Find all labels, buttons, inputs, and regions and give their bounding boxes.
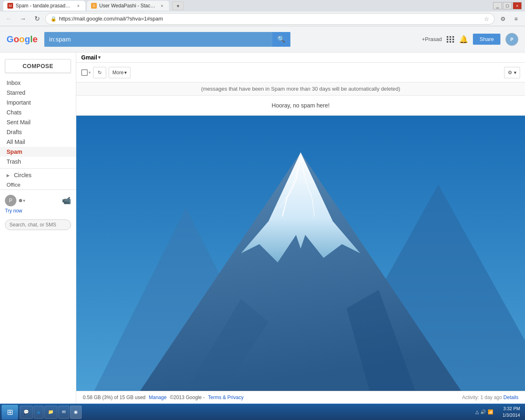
chat-section: P ▾ 📹 Try now Unable to reach Gmail. Ple…	[0, 189, 76, 233]
refresh-button[interactable]: ↻	[93, 67, 106, 78]
select-all-checkbox[interactable]	[81, 69, 88, 76]
tray-icon-1: △	[475, 409, 479, 415]
tab-stackoverflow-label: User WedaPashi - Stack O...	[99, 3, 157, 9]
new-tab-button[interactable]: +	[172, 1, 184, 10]
sidebar-item-spam[interactable]: Spam	[0, 147, 76, 157]
video-call-button[interactable]: 📹	[62, 196, 71, 205]
sidebar-item-office[interactable]: Office	[0, 180, 76, 189]
sidebar-item-starred[interactable]: Starred	[0, 88, 76, 98]
minimize-button[interactable]: _	[493, 2, 502, 9]
tab-gmail-close[interactable]: ×	[75, 3, 81, 9]
search-input[interactable]	[44, 32, 272, 47]
settings-button[interactable]: ⚙ ▾	[504, 67, 520, 78]
taskbar: ⊞ 💬 e 📁 ✉ ◉ △ 🔊 📶 3:32 PM 1/3/2014	[0, 404, 525, 420]
no-spam-message: Hooray, no spam here!	[76, 96, 525, 116]
chat-search-input[interactable]	[5, 219, 71, 230]
video-icon: 📹	[62, 196, 71, 205]
taskbar-ie-button[interactable]: e	[34, 406, 43, 419]
gmail-dropdown-arrow[interactable]: ▾	[98, 55, 100, 60]
gear-icon: ⚙	[508, 70, 512, 75]
sidebar-divider	[0, 168, 76, 169]
gmail-app: Google 🔍 +Prasad	[0, 26, 525, 404]
share-button[interactable]: Share	[473, 34, 500, 45]
browser-frame: M Spam - tandale.prasad@g... × S User We…	[0, 0, 525, 420]
chrome-menu-button[interactable]: ≡	[510, 13, 522, 25]
bookmark-icon[interactable]: ☆	[484, 16, 489, 22]
start-button[interactable]: ⊞	[2, 405, 18, 420]
apps-grid-icon[interactable]	[447, 36, 454, 43]
sidebar-item-sent[interactable]: Sent Mail	[0, 117, 76, 127]
refresh-icon: ↻	[98, 70, 102, 75]
spam-notice: (messages that have been in Spam more th…	[76, 82, 525, 96]
tab-gmail-label: Spam - tandale.prasad@g...	[16, 3, 73, 9]
gmail-header: Google 🔍 +Prasad	[0, 26, 525, 52]
search-bar: 🔍	[44, 32, 290, 47]
tab-stackoverflow[interactable]: S User WedaPashi - Stack O... ×	[87, 1, 169, 11]
nav-right-buttons: ⚙ ≡	[497, 13, 522, 25]
avatar[interactable]: P	[505, 33, 518, 46]
manage-link[interactable]: Manage	[149, 395, 167, 400]
ie-icon: e	[37, 410, 40, 415]
ssl-icon: 🔒	[50, 16, 57, 22]
reload-button[interactable]: ↻	[31, 13, 43, 25]
taskbar-chrome-button[interactable]: ◉	[70, 406, 82, 419]
chat-user-row: P ▾ 📹	[5, 193, 71, 208]
copyright-text: ©2013 Google -	[170, 395, 205, 400]
notifications-icon[interactable]: 🔔	[459, 35, 468, 44]
footer-right: Activity: 1 day ago Details	[462, 395, 518, 400]
title-bar: M Spam - tandale.prasad@g... × S User We…	[0, 0, 525, 11]
circles-arrow-icon: ▶	[7, 173, 10, 178]
more-button[interactable]: More ▾	[109, 67, 130, 78]
toolbar: ▾ ↻ More ▾ ⚙ ▾	[76, 63, 525, 82]
system-tray: △ 🔊 📶	[473, 409, 496, 415]
details-link[interactable]: Details	[503, 395, 518, 400]
main-content: Gmail ▾ ▾ ↻ More ▾	[76, 52, 525, 404]
sidebar: COMPOSE Inbox Starred Important Chats Se…	[0, 52, 76, 404]
try-now-link[interactable]: Try now	[5, 208, 71, 214]
tab-stackoverflow-close[interactable]: ×	[159, 3, 165, 9]
sidebar-item-drafts[interactable]: Drafts	[0, 127, 76, 137]
sidebar-item-important[interactable]: Important	[0, 98, 76, 107]
checkbox-dropdown-arrow[interactable]: ▾	[89, 70, 91, 75]
chat-user-avatar: P	[5, 195, 16, 206]
taskbar-mail-button[interactable]: ✉	[58, 406, 69, 419]
taskbar-explorer-button[interactable]: 📁	[44, 406, 57, 419]
sidebar-item-allmail[interactable]: All Mail	[0, 137, 76, 147]
back-button[interactable]: ←	[3, 13, 15, 25]
maximize-button[interactable]: □	[503, 2, 512, 9]
tray-icon-3: 📶	[488, 409, 493, 415]
terms-link[interactable]: Terms & Privacy	[208, 395, 244, 400]
url-text: https://mail.google.com/mail/?shva=1#spa…	[59, 16, 482, 22]
taskbar-chat-button[interactable]: 💬	[20, 406, 33, 419]
taskbar-right: △ 🔊 📶 3:32 PM 1/3/2014	[473, 406, 523, 418]
close-button[interactable]: ×	[513, 2, 522, 9]
search-button[interactable]: 🔍	[272, 32, 290, 47]
chat-status-arrow[interactable]: ▾	[23, 198, 25, 203]
mountain-svg	[76, 116, 525, 391]
sidebar-item-circles[interactable]: ▶ Circles	[0, 170, 76, 180]
tab-gmail[interactable]: M Spam - tandale.prasad@g... ×	[3, 1, 85, 11]
window-controls: _ □ ×	[493, 2, 522, 9]
compose-button[interactable]: COMPOSE	[5, 59, 71, 73]
mountain-background	[76, 116, 525, 391]
sidebar-item-inbox[interactable]: Inbox	[0, 78, 76, 88]
chrome-taskbar-icon: ◉	[74, 409, 78, 415]
clock-time: 3:32 PM	[502, 406, 520, 412]
mail-taskbar-icon: ✉	[62, 409, 66, 415]
extensions-icon[interactable]: ⚙	[497, 13, 509, 25]
chat-taskbar-icon: 💬	[23, 409, 29, 415]
forward-button[interactable]: →	[17, 13, 29, 25]
user-link[interactable]: +Prasad	[422, 36, 442, 42]
header-right: +Prasad 🔔 Share P	[422, 33, 519, 46]
clock: 3:32 PM 1/3/2014	[499, 406, 523, 418]
sidebar-item-trash[interactable]: Trash	[0, 157, 76, 167]
footer: 0.58 GB (3%) of 15 GB used Manage ©2013 …	[76, 391, 525, 404]
address-bar[interactable]: 🔒 https://mail.google.com/mail/?shva=1#s…	[45, 13, 495, 25]
tray-icon-2: 🔊	[480, 409, 486, 415]
storage-text: 0.58 GB (3%) of 15 GB used	[83, 395, 146, 400]
clock-date: 1/3/2014	[502, 412, 520, 418]
nav-bar: ← → ↻ 🔒 https://mail.google.com/mail/?sh…	[0, 11, 525, 26]
gmail-label-bar: Gmail ▾	[76, 52, 525, 63]
sidebar-item-chats[interactable]: Chats	[0, 107, 76, 117]
gmail-body: COMPOSE Inbox Starred Important Chats Se…	[0, 52, 525, 404]
